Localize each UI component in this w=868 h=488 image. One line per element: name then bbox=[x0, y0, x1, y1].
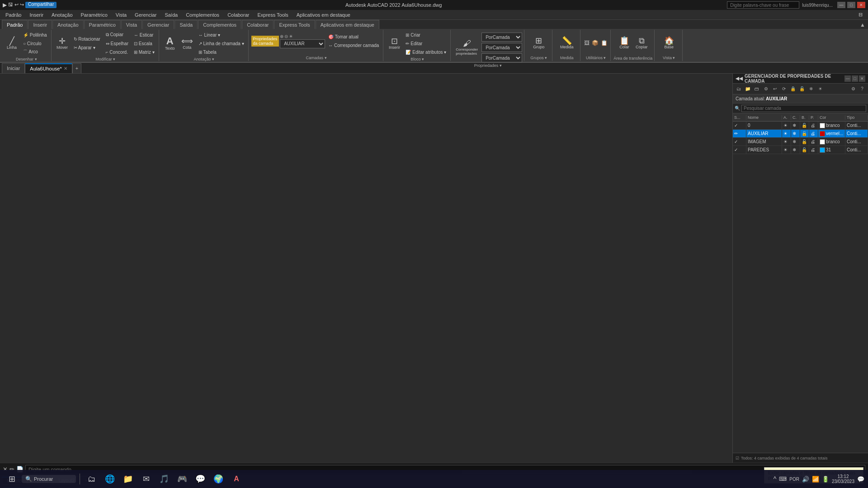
espelhar-button[interactable]: ⇔ Espelhar bbox=[104, 39, 131, 47]
aparar-button[interactable]: ✂ Aparar ▾ bbox=[71, 44, 103, 52]
taskbar-music[interactable]: 🎵 bbox=[156, 471, 172, 487]
matriz-button[interactable]: ⊞ Matriz ▾ bbox=[132, 48, 157, 56]
mover-button[interactable]: ✛ Mover bbox=[54, 31, 71, 56]
ribbon-tab-complementos[interactable]: Complementos bbox=[198, 20, 241, 29]
share-btn[interactable]: Compartilhar bbox=[25, 2, 57, 8]
close-button[interactable]: ✕ bbox=[857, 2, 865, 8]
layer-select[interactable]: AUXILIAR 0 IMAGEM PAREDES SUPERIOR bbox=[280, 39, 325, 48]
tab-aula6-close[interactable]: ✕ bbox=[64, 66, 67, 71]
lyr-delete-btn[interactable]: 📁 bbox=[744, 85, 752, 93]
undo-icon[interactable]: ↩ bbox=[14, 2, 19, 8]
ribbon-tab-colaborar[interactable]: Colaborar bbox=[242, 20, 274, 29]
circulo-button[interactable]: ○ Círculo bbox=[21, 39, 49, 47]
cota-button[interactable]: ⟺ Cota bbox=[179, 31, 195, 56]
ribbon-tab-inserir[interactable]: Inserir bbox=[28, 20, 52, 29]
layer-row-auxiliar[interactable]: ✏ AUXILIAR ☀ ❄ 🔓 🖨 vermel... Conti... bbox=[733, 130, 868, 138]
tomar-atual-button[interactable]: 🎯 Tomar atual bbox=[326, 33, 381, 41]
linear-button[interactable]: ↔ Linear ▾ bbox=[196, 31, 246, 39]
camada-tool2[interactable]: ⊝ bbox=[284, 34, 288, 39]
esticar-button[interactable]: ↔ Esticar bbox=[132, 31, 157, 39]
corresponder-button[interactable]: ↔ Corresponder camada bbox=[326, 41, 381, 49]
menu-gerenciar[interactable]: Gerenciar bbox=[131, 10, 160, 19]
copiar-area-button[interactable]: ⧉ Copiar bbox=[633, 31, 650, 55]
col-color[interactable]: Cor bbox=[818, 115, 845, 120]
maximize-button[interactable]: □ bbox=[847, 2, 855, 8]
redo-icon[interactable]: ↪ bbox=[20, 2, 24, 8]
notifications-icon[interactable]: 💬 bbox=[857, 476, 864, 483]
lyr-unfreeze-btn[interactable]: ☀ bbox=[816, 85, 824, 93]
editar-button[interactable]: ✏ Editar bbox=[403, 39, 448, 47]
layer-row-imagem[interactable]: ✓ IMAGEM ☀ ❄ 🔓 🖨 branco Conti... bbox=[733, 138, 868, 146]
escala-button[interactable]: ⊡ Escala bbox=[132, 39, 157, 47]
ribbon-collapse-icon[interactable]: ▲ bbox=[860, 22, 865, 28]
layer-search-input[interactable] bbox=[741, 105, 866, 112]
ribbon-tab-parametrico[interactable]: Paramétrico bbox=[84, 20, 121, 29]
camada-tool3[interactable]: ☀ bbox=[289, 34, 293, 39]
layer-row-paredes[interactable]: ✓ PAREDES ☀ ❄ 🔓 🖨 31 Conti... bbox=[733, 146, 868, 154]
tabela-button[interactable]: ⊞ Tabela bbox=[196, 48, 246, 56]
search-bar[interactable]: 🔍 Procurar bbox=[22, 475, 76, 483]
taskbar-maps[interactable]: 🌍 bbox=[210, 471, 226, 487]
menu-vista[interactable]: Vista bbox=[112, 10, 130, 19]
lyr-unlock-btn[interactable]: 🔓 bbox=[798, 85, 806, 93]
menu-complementos[interactable]: Complementos bbox=[182, 10, 223, 19]
prop-camada-button[interactable]: Propriedadesda camada bbox=[251, 36, 279, 47]
lyr-refresh-btn[interactable]: ↩ bbox=[771, 85, 779, 93]
lyr-filter-btn[interactable]: ⚙ bbox=[762, 85, 770, 93]
taskbar-games[interactable]: 🎮 bbox=[174, 471, 190, 487]
base-button[interactable]: 🏠 Base bbox=[661, 31, 677, 55]
lyr-new-btn[interactable]: 🗂 bbox=[735, 85, 743, 93]
grupo-button[interactable]: ⊞ Grupo bbox=[531, 31, 547, 55]
speaker-icon[interactable]: 🔊 bbox=[802, 476, 809, 483]
menu-inserir[interactable]: Inserir bbox=[26, 10, 47, 19]
texto-button[interactable]: A Texto bbox=[162, 31, 178, 56]
taskbar-explorer[interactable]: 📁 bbox=[120, 471, 136, 487]
taskbar-browser[interactable]: 🌐 bbox=[102, 471, 118, 487]
menu-saida[interactable]: Saída bbox=[161, 10, 181, 19]
taskbar-acad[interactable]: A bbox=[228, 471, 245, 487]
linha-button[interactable]: ╱ Linha bbox=[4, 31, 20, 56]
color-select[interactable]: PorCamada bbox=[481, 53, 522, 62]
criar-button[interactable]: ⊞ Criar bbox=[403, 31, 448, 39]
utilitarios-btn2[interactable]: 📦 bbox=[591, 39, 599, 47]
medida-button[interactable]: 📏 Medida bbox=[558, 31, 576, 55]
network-icon[interactable]: 📶 bbox=[812, 476, 819, 483]
title-search-input[interactable] bbox=[727, 1, 799, 9]
menu-express[interactable]: Express Tools bbox=[254, 10, 292, 19]
col-freeze[interactable]: C. bbox=[791, 115, 800, 120]
polilinha-button[interactable]: ⚡ Polilinha bbox=[21, 31, 49, 39]
start-button[interactable]: ⊞ bbox=[4, 471, 20, 487]
lang-label[interactable]: POR bbox=[789, 477, 799, 482]
menu-padrao[interactable]: Padrão bbox=[2, 10, 25, 19]
minimize-button[interactable]: — bbox=[837, 2, 845, 8]
save-icon[interactable]: 🖫 bbox=[8, 2, 13, 8]
tray-expand[interactable]: ^ bbox=[774, 475, 777, 483]
col-plot[interactable]: P. bbox=[809, 115, 818, 120]
utilitarios-btn1[interactable]: 🖼 bbox=[583, 39, 590, 47]
ribbon-tab-gerenciar[interactable]: Gerenciar bbox=[142, 20, 174, 29]
panel-collapse-icon[interactable]: ◀◀ bbox=[736, 76, 743, 81]
panel-min-btn[interactable]: — bbox=[844, 75, 851, 82]
ribbon-tab-padrao[interactable]: Padrão bbox=[2, 20, 28, 29]
ribbon-tab-saida[interactable]: Saída bbox=[175, 20, 198, 29]
menu-anotacao[interactable]: Anotação bbox=[48, 10, 76, 19]
camada-tool1[interactable]: ⊕ bbox=[280, 34, 283, 39]
corresponder-props-button[interactable]: 🖌 Corresponderpropriedades bbox=[453, 35, 480, 60]
arco-button[interactable]: ⌒ Arco bbox=[21, 48, 49, 56]
panel-close-btn[interactable]: ✕ bbox=[859, 75, 865, 82]
menu-parametrico[interactable]: Paramétrico bbox=[77, 10, 111, 19]
ribbon-tab-aplicativos[interactable]: Aplicativos em destaque bbox=[316, 20, 379, 29]
lyr-help-btn[interactable]: ? bbox=[858, 85, 866, 93]
tab-aula6[interactable]: Aula6Uhouse* ✕ bbox=[25, 63, 72, 73]
linha-chamada-button[interactable]: ↗ Linha de chamada ▾ bbox=[196, 39, 246, 47]
lyr-freeze-btn[interactable]: ❄ bbox=[807, 85, 815, 93]
taskbar-mail[interactable]: ✉ bbox=[138, 471, 154, 487]
tab-iniciar[interactable]: Iniciar bbox=[2, 63, 25, 73]
taskbar-file-mgr[interactable]: 🗂 bbox=[84, 471, 100, 487]
editar-atributos-button[interactable]: 📝 Editar atributos ▾ bbox=[403, 48, 448, 56]
col-name[interactable]: Nome bbox=[746, 115, 782, 120]
copiar-button[interactable]: ⧉ Copiar bbox=[104, 31, 131, 39]
col-status[interactable]: S... bbox=[733, 115, 746, 120]
lyr-move-btn[interactable]: 🗃 bbox=[753, 85, 761, 93]
col-lock[interactable]: B. bbox=[800, 115, 809, 120]
